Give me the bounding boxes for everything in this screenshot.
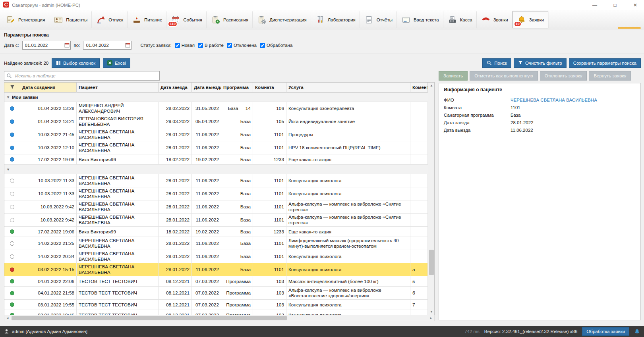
table-row[interactable]: 14.02.2022 21:25 ЧЕРЕШНЕВА СВЕТЛАНА ВАСИ… xyxy=(4,237,428,250)
column-header-arrival[interactable]: Дата заезда xyxy=(159,83,192,92)
status-dot-icon xyxy=(10,133,14,137)
table-group-row[interactable]: ▾ Мои заявки xyxy=(4,92,428,102)
cell-patient: ТЕСТОВ ТЕСТ ТЕСТОВИЧ xyxy=(77,276,159,287)
cell-created: 03.02.2022 15:15 xyxy=(20,263,77,276)
table-row[interactable]: 01.04.2022 13:28 МИЩЕНКО АНДРЕЙ АЛЕКСАНД… xyxy=(4,102,428,115)
filter-column-header[interactable] xyxy=(4,83,20,92)
date-from-input[interactable] xyxy=(22,41,71,50)
cell-room: 1101 xyxy=(253,214,286,227)
toolbar-item-patients[interactable]: Пациенты xyxy=(49,11,92,28)
table-search-input[interactable] xyxy=(4,71,160,81)
status-checkbox[interactable] xyxy=(175,43,180,48)
user-icon xyxy=(4,329,9,335)
toolbar-item-dispatch[interactable]: Диспетчеризация xyxy=(253,11,311,28)
close-button[interactable]: ✕ xyxy=(627,0,644,10)
status-filter-processed[interactable]: Обработана xyxy=(260,43,292,48)
cell-room: 1233 xyxy=(253,227,286,237)
maximize-button[interactable]: □ xyxy=(606,0,624,10)
table-row[interactable]: 01.04.2022 13:21 ПЕТРАНОВСКАЯ ВИКТОРИЯ Е… xyxy=(4,115,428,128)
table-row[interactable]: 17.02.2022 19:06 Вика Виктория99 18.02.2… xyxy=(4,227,428,237)
cell-departure: 31.05.2022 xyxy=(192,102,221,115)
toolbar-item-label: Пациенты xyxy=(66,17,87,22)
table-row[interactable]: 10.03.2022 21:45 ЧЕРЕШНЕВА СВЕТЛАНА ВАСИ… xyxy=(4,128,428,141)
cell-comment xyxy=(410,310,428,315)
cell-arrival: 28.01.2022 xyxy=(159,141,192,154)
column-header-departure[interactable]: Дата выезда xyxy=(192,83,221,92)
toolbar-item-food[interactable]: Питание xyxy=(128,11,166,28)
toolbar-item-reports[interactable]: Отчёты xyxy=(360,11,397,28)
horizontal-scroll-thumb[interactable] xyxy=(12,316,287,320)
patient-name-link[interactable]: ЧЕРЕШНЕВА СВЕТЛАНА ВАСИЛЬЕВНА xyxy=(511,98,597,102)
status-checkbox[interactable] xyxy=(260,43,265,48)
column-header-service[interactable]: Услуга xyxy=(286,83,410,92)
table-row[interactable]: 10.03.2022 9:42 ЧЕРЕШНЕВА СВЕТЛАНА ВАСИЛ… xyxy=(4,214,428,227)
cell-arrival: 08.12.2021 xyxy=(159,300,192,310)
toolbar-item-calls[interactable]: Звонки xyxy=(477,11,512,28)
minimize-button[interactable]: — xyxy=(586,0,603,10)
notifications-bell-icon[interactable] xyxy=(634,329,640,335)
patient-info-row: Дата заезда 28.01.2022 xyxy=(444,119,636,126)
table-group-row[interactable]: ▾ xyxy=(4,165,428,174)
process-request-button[interactable]: Обработка заявки xyxy=(582,327,629,336)
table-row[interactable]: 10.03.2022 12:10 ЧЕРЕШНЕВА СВЕТЛАНА ВАСИ… xyxy=(4,141,428,154)
search-button[interactable]: Поиск xyxy=(482,58,511,68)
scroll-right-arrow[interactable]: ► xyxy=(428,316,434,320)
status-filter-in-progress[interactable]: В работе xyxy=(198,43,224,48)
field-value: 11.06.2022 xyxy=(511,128,533,133)
toolbar-item-text-entry[interactable]: Ввод текста xyxy=(397,11,443,28)
table-body: ▾ Мои заявки 01.04.2022 13:28 МИЩЕНКО АН… xyxy=(4,92,428,315)
table-row[interactable]: 04.01.2022 22:06 ТЕСТОВ ТЕСТ ТЕСТОВИЧ 08… xyxy=(4,276,428,287)
table-row[interactable]: 17.02.2022 19:08 Вика Виктория99 18.02.2… xyxy=(4,154,428,165)
cell-program: База xyxy=(221,214,253,227)
mark-done-button[interactable]: Отметить как выполненную xyxy=(470,71,538,81)
excel-export-button[interactable]: Excel xyxy=(103,58,130,68)
status-filter-new[interactable]: Новая xyxy=(175,43,195,48)
cell-service: Консультация психолога xyxy=(286,250,410,263)
toolbar-item-events[interactable]: 110 События xyxy=(166,11,206,28)
status-dot-icon xyxy=(10,179,14,183)
save-search-params-button[interactable]: Сохранить параметры поиска xyxy=(569,58,641,68)
choose-columns-button[interactable]: Выбор колонок xyxy=(52,58,100,68)
table-row[interactable]: 10.03.2022 11:33 ЧЕРЕШНЕВА СВЕТЛАНА ВАСИ… xyxy=(4,174,428,187)
status-filter-declined[interactable]: Отклонена xyxy=(227,43,257,48)
horizontal-scrollbar[interactable]: ◄ ► xyxy=(4,315,435,321)
toolbar-item-cashier[interactable]: Касса xyxy=(443,11,477,28)
status-dot-icon xyxy=(10,192,14,196)
scroll-up-arrow[interactable]: ▲ xyxy=(428,83,435,89)
column-header-room[interactable]: Комната xyxy=(253,83,286,92)
table-row[interactable]: 03.01.2022 19:46 ТЕСТОВ ТЕСТ ТЕСТОВИЧ 08… xyxy=(4,310,428,315)
cell-created: 04.01.2022 21:58 xyxy=(20,287,77,300)
toolbar-item-vacation[interactable]: Отпуск xyxy=(92,11,128,28)
column-header-program[interactable]: Программа xyxy=(221,83,253,92)
toolbar-item-schedules[interactable]: Расписания xyxy=(207,11,253,28)
cell-program: База xyxy=(221,154,253,165)
column-header-created[interactable]: Дата создания xyxy=(20,83,77,92)
food-icon xyxy=(132,15,141,25)
vertical-scrollbar[interactable]: ▲ ▼ xyxy=(428,83,434,315)
cell-departure: 07.03.2022 xyxy=(192,300,221,310)
column-header-comment[interactable]: Комент xyxy=(410,83,428,92)
status-checkbox[interactable] xyxy=(198,43,203,48)
table-row[interactable]: 03.02.2022 15:15 ЧЕРЕШНЕВА СВЕТЛАНА ВАСИ… xyxy=(4,263,428,276)
vertical-scroll-thumb[interactable] xyxy=(429,250,434,275)
dispatch-icon xyxy=(257,15,267,25)
scroll-down-arrow[interactable]: ▼ xyxy=(428,309,435,315)
table-row[interactable]: 04.01.2022 21:58 ТЕСТОВ ТЕСТ ТЕСТОВИЧ 08… xyxy=(4,287,428,300)
decline-request-button[interactable]: Отклонить заявку xyxy=(540,71,587,81)
scroll-left-arrow[interactable]: ◄ xyxy=(4,316,11,320)
toolbar-item-requests[interactable]: 10 Заявки xyxy=(512,11,548,28)
table-row[interactable]: 14.02.2022 20:34 ЧЕРЕШНЕВА СВЕТЛАНА ВАСИ… xyxy=(4,250,428,263)
status-dot-icon xyxy=(10,279,14,283)
status-checkbox[interactable] xyxy=(227,43,232,48)
column-header-patient[interactable]: Пациент xyxy=(77,83,159,92)
toolbar-item-laboratory[interactable]: Лаборатория xyxy=(311,11,360,28)
table-row[interactable]: 10.03.2022 9:42 ЧЕРЕШНЕВА СВЕТЛАНА ВАСИЛ… xyxy=(4,200,428,214)
table-row[interactable]: 10.03.2022 11:33 ЧЕРЕШНЕВА СВЕТЛАНА ВАСИ… xyxy=(4,187,428,200)
return-request-button[interactable]: Вернуть заявку xyxy=(589,71,631,81)
toolbar-item-registration[interactable]: Регистрация xyxy=(2,11,49,28)
table-row[interactable]: 03.01.2022 19:55 ТЕСТОВ ТЕСТ ТЕСТОВИЧ 08… xyxy=(4,300,428,310)
save-request-button[interactable]: Записать xyxy=(439,71,468,81)
clear-filter-button[interactable]: Очистить фильтр xyxy=(514,58,567,68)
date-to-input[interactable] xyxy=(83,41,132,50)
clear-filter-icon xyxy=(518,60,523,66)
